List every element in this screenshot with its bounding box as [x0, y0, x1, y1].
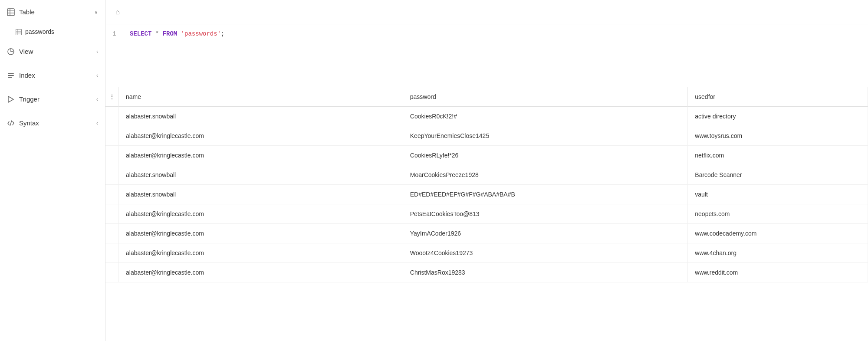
table-row: alabaster.snowballCookiesR0cK!2!#active … — [105, 107, 868, 126]
row-options[interactable] — [105, 204, 119, 224]
cell-usedfor: www.toysrus.com — [688, 126, 868, 146]
table-chevron: ∨ — [94, 9, 98, 15]
sql-line-1: 1 SELECT * FROM 'passwords'; — [105, 30, 868, 37]
index-icon — [7, 71, 15, 79]
table-row: alabaster@kringlecastle.comChristMasRox1… — [105, 263, 868, 282]
table-row: alabaster@kringlecastle.comYayImACoder19… — [105, 224, 868, 243]
cell-password: MoarCookiesPreeze1928 — [403, 165, 688, 185]
sql-select: SELECT — [130, 30, 151, 37]
svg-rect-10 — [8, 75, 14, 76]
cell-password: CookiesRLyfe!*26 — [403, 146, 688, 165]
sidebar-trigger-label: Trigger — [19, 95, 39, 103]
cell-usedfor: vault — [688, 185, 868, 204]
sidebar: Table ∨ passwords View ‹ — [0, 0, 105, 341]
cell-usedfor: active directory — [688, 107, 868, 126]
syntax-icon — [7, 119, 15, 127]
sql-from: FROM — [163, 30, 178, 37]
sql-code[interactable]: SELECT * FROM 'passwords'; — [130, 30, 224, 37]
col-header-password[interactable]: password — [403, 87, 688, 107]
sidebar-section-index[interactable]: Index ‹ — [0, 63, 105, 87]
svg-rect-11 — [8, 77, 12, 78]
line-number: 1 — [112, 30, 123, 37]
sidebar-section-view[interactable]: View ‹ — [0, 39, 105, 63]
row-options[interactable] — [105, 165, 119, 185]
table-row: alabaster@kringlecastle.comKeepYourEnemi… — [105, 126, 868, 146]
col-header-options: ⋮ — [105, 87, 119, 107]
cell-password: KeepYourEnemiesClose1425 — [403, 126, 688, 146]
main-content: ⌂ 1 SELECT * FROM 'passwords'; ⋮ name — [105, 0, 868, 341]
table-header-row: ⋮ name password usedfor — [105, 87, 868, 107]
row-options[interactable] — [105, 263, 119, 282]
row-options[interactable] — [105, 185, 119, 204]
cell-password: CookiesR0cK!2!# — [403, 107, 688, 126]
table-row: alabaster.snowballED#ED#EED#EF#G#F#G#ABA… — [105, 185, 868, 204]
sidebar-section-table[interactable]: Table ∨ — [0, 0, 105, 24]
sidebar-section-syntax[interactable]: Syntax ‹ — [0, 111, 105, 135]
svg-rect-4 — [16, 30, 22, 35]
sql-editor: 1 SELECT * FROM 'passwords'; — [105, 24, 868, 87]
cell-name: alabaster@kringlecastle.com — [119, 224, 403, 243]
trigger-icon — [7, 95, 15, 103]
row-options[interactable] — [105, 107, 119, 126]
cell-usedfor: Barcode Scanner — [688, 165, 868, 185]
table-row: alabaster@kringlecastle.comCookiesRLyfe!… — [105, 146, 868, 165]
cell-name: alabaster@kringlecastle.com — [119, 204, 403, 224]
table-row: alabaster@kringlecastle.comPetsEatCookie… — [105, 204, 868, 224]
home-icon: ⌂ — [115, 8, 120, 16]
index-chevron: ‹ — [96, 72, 98, 79]
col-header-name[interactable]: name — [119, 87, 403, 107]
cell-password: PetsEatCookiesToo@813 — [403, 204, 688, 224]
row-options[interactable] — [105, 243, 119, 263]
syntax-chevron: ‹ — [96, 120, 98, 126]
row-options[interactable] — [105, 126, 119, 146]
cell-password: ChristMasRox19283 — [403, 263, 688, 282]
sidebar-syntax-label: Syntax — [19, 119, 39, 127]
cell-name: alabaster.snowball — [119, 185, 403, 204]
cell-usedfor: www.codecademy.com — [688, 224, 868, 243]
cell-name: alabaster@kringlecastle.com — [119, 146, 403, 165]
passwords-label: passwords — [25, 28, 54, 35]
cell-usedfor: www.reddit.com — [688, 263, 868, 282]
table-body: alabaster.snowballCookiesR0cK!2!#active … — [105, 107, 868, 282]
cell-usedfor: neopets.com — [688, 204, 868, 224]
cell-usedfor: www.4chan.org — [688, 243, 868, 263]
view-chevron: ‹ — [96, 49, 98, 55]
home-button[interactable]: ⌂ — [111, 5, 125, 19]
view-icon — [7, 47, 15, 56]
sidebar-section-trigger[interactable]: Trigger ‹ — [0, 87, 105, 111]
sidebar-table-label: Table — [19, 8, 35, 16]
cell-name: alabaster.snowball — [119, 165, 403, 185]
svg-line-13 — [10, 121, 12, 126]
toolbar: ⌂ — [105, 0, 868, 24]
trigger-chevron: ‹ — [96, 96, 98, 102]
cell-password: YayImACoder1926 — [403, 224, 688, 243]
svg-marker-12 — [8, 96, 13, 102]
cell-password: Woootz4Cookies19273 — [403, 243, 688, 263]
cell-usedfor: netflix.com — [688, 146, 868, 165]
col-header-usedfor[interactable]: usedfor — [688, 87, 868, 107]
table-row: alabaster.snowballMoarCookiesPreeze1928B… — [105, 165, 868, 185]
sql-table: 'passwords' — [181, 30, 221, 37]
options-dots-icon: ⋮ — [109, 93, 115, 100]
row-options[interactable] — [105, 224, 119, 243]
svg-rect-9 — [8, 73, 14, 74]
cell-name: alabaster@kringlecastle.com — [119, 263, 403, 282]
editor-space[interactable] — [105, 37, 868, 81]
cell-password: ED#ED#EED#EF#G#F#G#ABA#BA#B — [403, 185, 688, 204]
table-area: ⋮ name password usedfor alabaster.snowba… — [105, 87, 868, 341]
sidebar-index-label: Index — [19, 72, 35, 79]
cell-name: alabaster@kringlecastle.com — [119, 126, 403, 146]
table-row: alabaster@kringlecastle.comWoootz4Cookie… — [105, 243, 868, 263]
cell-name: alabaster@kringlecastle.com — [119, 243, 403, 263]
row-options[interactable] — [105, 146, 119, 165]
cell-name: alabaster.snowball — [119, 107, 403, 126]
data-table: ⋮ name password usedfor alabaster.snowba… — [105, 87, 868, 282]
sidebar-view-label: View — [19, 48, 33, 55]
table-icon — [7, 8, 15, 16]
sidebar-item-passwords[interactable]: passwords — [0, 24, 105, 39]
svg-rect-0 — [7, 9, 14, 16]
sql-semicolon: ; — [221, 30, 224, 37]
sql-star: * — [155, 30, 163, 37]
grid-icon — [16, 28, 22, 35]
